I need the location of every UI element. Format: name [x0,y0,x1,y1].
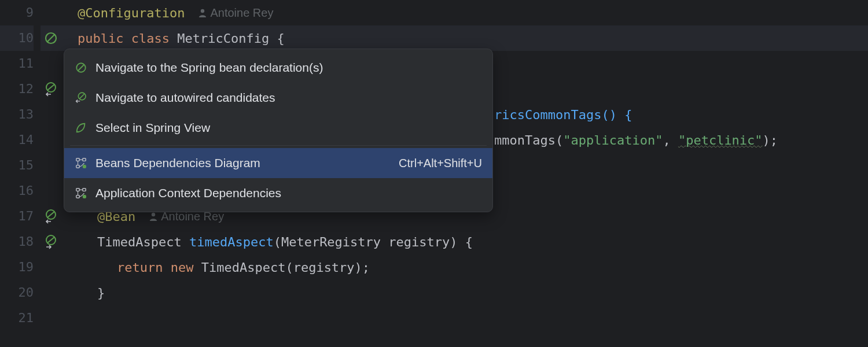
brace: } [97,286,105,300]
popup-item-label: Select in Spring View [95,121,482,135]
spring-autowire-marker-icon[interactable] [41,204,61,229]
spring-leaf-icon [75,121,87,134]
method-fragment: ricsCommonTags() { [494,108,632,122]
svg-line-13 [79,94,84,99]
popup-item-label: Application Context Dependencies [95,186,482,200]
svg-line-5 [47,212,54,217]
svg-line-7 [47,237,54,243]
popup-item-label: Beans Dependencies Diagram [95,156,391,170]
line-number: 20 [0,280,34,305]
svg-rect-14 [76,158,79,161]
author-inlay[interactable]: Antoine Rey [198,6,273,20]
author-name: Antoine Rey [210,6,273,20]
svg-rect-18 [76,189,79,191]
popup-item-spring-view[interactable]: Select in Spring View [64,113,492,143]
svg-rect-16 [76,165,79,168]
spring-autowire-marker-icon[interactable] [41,76,61,102]
type: TimedAspect [97,235,189,249]
signature: (MeterRegistry registry) { [274,235,473,249]
line-number: 15 [0,153,34,178]
gutter-actions-popup: Navigate to the Spring bean declaration(… [64,49,493,212]
popup-item-context-dependencies[interactable]: Application Context Dependencies [64,178,492,208]
svg-line-1 [47,35,54,42]
popup-item-navigate-bean[interactable]: Navigate to the Spring bean declaration(… [64,53,492,83]
line-number: 14 [0,127,34,153]
spring-bean-marker-icon[interactable] [41,25,61,51]
line-number: 13 [0,102,34,127]
line-number: 10 [0,25,34,51]
keyword: class [131,31,177,46]
line-number: 11 [0,51,34,76]
svg-point-9 [152,213,155,216]
diagram-icon [75,157,87,169]
gutter-marker-column [41,0,61,347]
string: "petclinic" [678,133,763,147]
line-number: 12 [0,76,34,102]
spring-bean-icon [75,61,87,74]
diagram-icon [75,187,87,200]
svg-rect-15 [83,158,86,161]
popup-item-beans-diagram[interactable]: Beans Dependencies Diagram Ctrl+Alt+Shif… [64,148,492,178]
class-name: MetricConfig [177,31,277,46]
line-number: 17 [0,204,34,229]
method-name: timedAspect [189,235,274,249]
comma: , [663,133,678,147]
svg-rect-20 [76,195,79,198]
spring-impl-marker-icon[interactable] [41,229,61,254]
person-icon [198,8,207,17]
string: "application" [563,133,663,147]
punct: ); [763,133,778,147]
popup-item-label: Navigate to the Spring bean declaration(… [95,61,482,75]
keyword: public [78,31,131,46]
popup-item-shortcut: Ctrl+Alt+Shift+U [399,157,482,170]
popup-separator [70,145,487,146]
popup-item-label: Navigate to autowired candidates [95,91,482,105]
call: TimedAspect(registry); [201,260,370,275]
keyword: new [171,260,201,275]
line-number-gutter: 9 10 11 12 13 14 15 16 17 18 19 20 21 [0,0,41,347]
annotation: @Configuration [78,6,185,20]
line-number: 18 [0,229,34,254]
svg-rect-19 [83,189,86,191]
line-number: 9 [0,0,34,25]
spring-autowire-icon [75,91,87,104]
line-number: 16 [0,178,34,204]
svg-line-11 [78,65,84,71]
keyword: return [117,260,171,275]
line-number: 19 [0,254,34,280]
svg-line-3 [47,84,54,90]
line-number: 21 [0,305,34,331]
brace: { [277,31,284,46]
svg-point-17 [83,165,86,168]
popup-item-navigate-autowire[interactable]: Navigate to autowired candidates [64,83,492,113]
call-fragment: mmonTags( [494,133,563,147]
person-icon [149,212,157,221]
svg-point-8 [201,9,204,13]
svg-point-21 [83,195,86,198]
